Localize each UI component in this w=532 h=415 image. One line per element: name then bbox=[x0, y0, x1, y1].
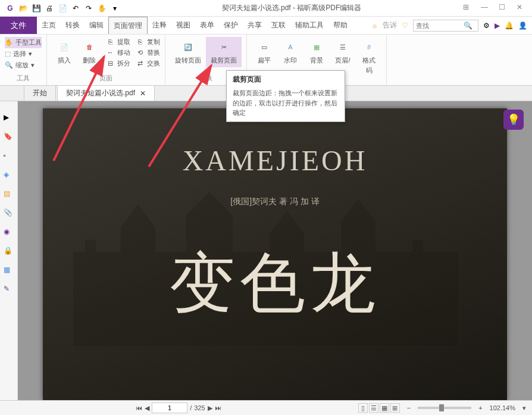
menu-share[interactable]: 共享 bbox=[243, 17, 267, 34]
extract-button[interactable]: ⎘提取 bbox=[105, 37, 130, 46]
window-controls: ⊞ — ☐ ✕ bbox=[463, 3, 527, 14]
user-icon[interactable]: 👤 bbox=[518, 21, 527, 30]
delete-page-icon: 🗑 bbox=[82, 39, 97, 55]
last-page-icon[interactable]: ⏭ bbox=[215, 404, 221, 411]
menu-home[interactable]: 主页 bbox=[37, 17, 61, 34]
view-single-icon[interactable]: ▯ bbox=[358, 403, 368, 413]
replace-button[interactable]: ⟲替换 bbox=[135, 48, 160, 57]
menu-edit[interactable]: 编辑 bbox=[85, 17, 108, 34]
annotation-arrow-2 bbox=[143, 60, 226, 173]
search-icon[interactable]: 🔍 bbox=[464, 21, 472, 30]
file-menu[interactable]: 文件 bbox=[0, 17, 37, 34]
search-box[interactable]: 🔍 bbox=[413, 20, 478, 32]
zoom-value: 102.14% bbox=[490, 404, 515, 411]
quick-access-toolbar: G 📂 💾 🖨 📄 ↶ ↷ ✋ ▾ bbox=[5, 3, 120, 14]
select-icon: ⬚ bbox=[5, 50, 11, 58]
attachment-icon[interactable]: 📎 bbox=[4, 208, 14, 219]
format-button[interactable]: #格式码 bbox=[356, 37, 381, 83]
zoom-out-icon[interactable]: − bbox=[407, 404, 411, 411]
layers-icon[interactable]: ◈ bbox=[4, 170, 14, 181]
prev-page-icon[interactable]: ◀ bbox=[145, 404, 149, 412]
zoom-tool-button[interactable]: 🔍 缩放 ▾ bbox=[5, 60, 42, 71]
zoom-slider[interactable] bbox=[418, 407, 471, 409]
tooltip-title: 裁剪页面 bbox=[233, 74, 339, 85]
menu-convert[interactable]: 转换 bbox=[61, 17, 85, 34]
crop-tooltip: 裁剪页面 裁剪页面边距：拖拽一个框来设置新的边距，双击以打开进行操作，然后确定 bbox=[226, 70, 345, 122]
open-icon[interactable]: 📂 bbox=[18, 3, 29, 14]
crop-icon: ✂ bbox=[216, 39, 231, 55]
tooltip-body: 裁剪页面边距：拖拽一个框来设置新的边距，双击以打开进行操作，然后确定 bbox=[233, 88, 339, 118]
bell-icon[interactable]: 🔔 bbox=[505, 21, 514, 30]
titlebar: G 📂 💾 🖨 📄 ↶ ↷ ✋ ▾ 契诃夫短篇小说选.pdf - 福昕高级PDF… bbox=[0, 0, 532, 17]
bookmark-icon[interactable]: 🔖 bbox=[4, 132, 14, 143]
gear-icon[interactable]: ⚙ bbox=[483, 21, 490, 30]
window-title: 契诃夫短篇小说选.pdf - 福昕高级PDF编辑器 bbox=[120, 3, 463, 13]
comments-icon[interactable]: ▤ bbox=[4, 189, 14, 200]
menu-page-management[interactable]: 页面管理 bbox=[108, 17, 148, 34]
redo-icon[interactable]: ↷ bbox=[83, 3, 94, 14]
copy-button[interactable]: ⎘复制 bbox=[135, 37, 160, 46]
side-toolbar: ▶ 🔖 ▫ ◈ ▤ 📎 ◉ 🔒 ▦ ✎ bbox=[0, 101, 18, 400]
heart-icon[interactable]: ♡ bbox=[402, 21, 408, 30]
view-continuous-icon[interactable]: ☰ bbox=[369, 403, 378, 413]
watermark-icon: A bbox=[283, 39, 298, 55]
menu-help[interactable]: 帮助 bbox=[328, 17, 352, 34]
redact-icon[interactable]: ✎ bbox=[4, 285, 14, 295]
menu-connect[interactable]: 互联 bbox=[267, 17, 290, 34]
extract-icon: ⎘ bbox=[105, 37, 115, 46]
view-facing-icon[interactable]: ▦ bbox=[380, 403, 389, 413]
svg-line-0 bbox=[54, 57, 104, 161]
share-icon[interactable]: ▶ bbox=[495, 21, 500, 30]
save-icon[interactable]: 💾 bbox=[31, 3, 42, 14]
undo-icon[interactable]: ↶ bbox=[70, 3, 81, 14]
expand-icon[interactable]: ▶ bbox=[4, 113, 14, 124]
page-input[interactable] bbox=[152, 402, 187, 413]
doc-icon[interactable]: 📄 bbox=[57, 3, 68, 14]
background-icon: ▦ bbox=[309, 39, 324, 55]
zoom-in-icon[interactable]: + bbox=[478, 404, 482, 411]
book-title-cn: 变色龙 bbox=[170, 239, 380, 328]
zoom-dropdown-icon[interactable]: ▾ bbox=[522, 404, 526, 412]
menu-form[interactable]: 表单 bbox=[195, 17, 219, 34]
pages-panel-icon[interactable]: ▫ bbox=[4, 151, 14, 162]
maximize-icon[interactable]: ☐ bbox=[499, 3, 509, 14]
format-icon: # bbox=[361, 39, 377, 55]
app-logo-icon: G bbox=[5, 3, 15, 14]
minimize-icon[interactable]: — bbox=[481, 3, 492, 14]
hand-icon[interactable]: ✋ bbox=[96, 3, 107, 14]
menu-accessibility[interactable]: 辅助工具 bbox=[290, 17, 328, 34]
zoom-icon: 🔍 bbox=[5, 61, 13, 69]
menubar: 文件 主页 转换 编辑 页面管理 注释 视图 表单 保护 共享 互联 辅助工具 … bbox=[0, 17, 532, 35]
notify-label: 告诉 bbox=[383, 20, 397, 30]
page-navigation: ⏮ ◀ / 325 ▶ ⏭ bbox=[136, 402, 221, 413]
ribbon-group-label: 工具 bbox=[5, 74, 42, 83]
insert-page-icon: 📄 bbox=[57, 39, 72, 55]
hand-tool-button[interactable]: ✋ 手型工具 bbox=[5, 37, 42, 48]
copy-icon: ⎘ bbox=[135, 37, 145, 46]
print-icon[interactable]: 🖨 bbox=[44, 3, 55, 14]
signature-icon[interactable]: ◉ bbox=[4, 227, 14, 238]
first-page-icon[interactable]: ⏮ bbox=[136, 404, 142, 411]
collapse-ribbon-icon[interactable]: ⊞ bbox=[463, 3, 474, 14]
rotate-icon: 🔄 bbox=[180, 39, 196, 55]
close-icon[interactable]: ✕ bbox=[517, 3, 527, 14]
security-icon[interactable]: 🔒 bbox=[4, 246, 14, 257]
menu-comment[interactable]: 注释 bbox=[148, 17, 171, 34]
next-page-icon[interactable]: ▶ bbox=[208, 404, 212, 412]
dropdown-icon[interactable]: ▾ bbox=[109, 3, 120, 14]
menu-protect[interactable]: 保护 bbox=[219, 17, 243, 34]
replace-icon: ⟲ bbox=[135, 48, 145, 57]
statusbar: ⏮ ◀ / 325 ▶ ⏭ ▯ ☰ ▦ ⊞ − + 102.14% ▾ bbox=[0, 400, 532, 415]
hand-icon: ✋ bbox=[5, 39, 13, 46]
svg-line-1 bbox=[149, 65, 211, 167]
fields-icon[interactable]: ▦ bbox=[4, 266, 14, 276]
notify-icon[interactable]: ☼ bbox=[371, 21, 378, 30]
hint-bulb-button[interactable]: 💡 bbox=[503, 110, 524, 130]
menu-view[interactable]: 视图 bbox=[171, 17, 195, 34]
view-cover-icon[interactable]: ⊞ bbox=[390, 403, 400, 413]
annotation-arrow-1 bbox=[48, 54, 119, 167]
select-tool-button[interactable]: ⬚ 选择 ▾ bbox=[5, 48, 42, 60]
view-mode-buttons: ▯ ☰ ▦ ⊞ bbox=[358, 403, 400, 413]
search-input[interactable] bbox=[416, 22, 464, 29]
ribbon-group-tools: ✋ 手型工具 ⬚ 选择 ▾ 🔍 缩放 ▾ 工具 bbox=[0, 35, 47, 85]
